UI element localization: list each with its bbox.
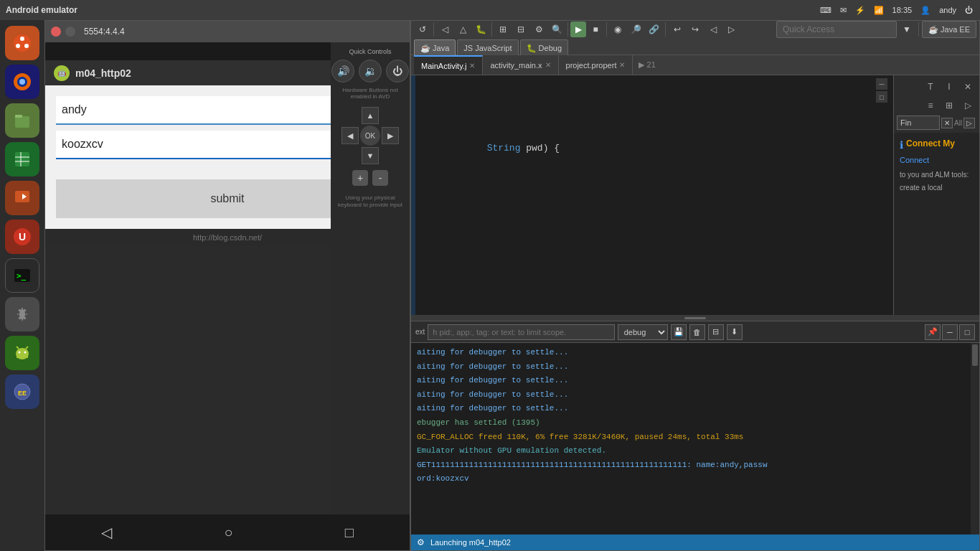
right-tool-row2: ≡ ⊞ ▷ bbox=[897, 97, 976, 114]
refresh-btn[interactable]: ↺ bbox=[414, 21, 431, 38]
tool-1[interactable]: T bbox=[922, 78, 939, 95]
emulator-titlebar: 5554:4.4.4 bbox=[45, 21, 410, 42]
minimize-editor-btn[interactable]: ─ bbox=[876, 78, 887, 90]
dpad-right[interactable]: ▶ bbox=[382, 127, 399, 144]
perspective-javaee[interactable]: ☕ Java EE bbox=[922, 21, 976, 38]
tool-close[interactable]: ✕ bbox=[959, 78, 976, 95]
scrollbar-thumb[interactable] bbox=[972, 344, 978, 366]
find-all-btn[interactable]: ▷ bbox=[963, 118, 975, 128]
tab-project[interactable]: project.propert ✕ bbox=[559, 55, 633, 75]
tab-linecount: ▶ 21 bbox=[633, 57, 661, 72]
hw-keyboard-label: Using your physical keyboard to provide … bbox=[334, 194, 407, 209]
tab-mainactivity-close[interactable]: ✕ bbox=[469, 62, 475, 70]
dock-files[interactable] bbox=[5, 103, 39, 138]
quick-access-btn[interactable]: ▼ bbox=[898, 21, 915, 38]
status-icon: ⚙ bbox=[417, 537, 425, 547]
dock-firefox[interactable] bbox=[5, 65, 39, 99]
logcat-view[interactable]: ⊟ bbox=[708, 324, 724, 340]
dock-presentation[interactable] bbox=[5, 181, 39, 215]
logcat-maximize[interactable]: □ bbox=[959, 324, 975, 340]
dock-ubuntu[interactable] bbox=[5, 26, 39, 60]
dpad-up[interactable]: ▲ bbox=[362, 107, 379, 124]
hw-zoom-row: + - bbox=[352, 170, 388, 186]
log-line-2: aiting for debugger to settle... bbox=[411, 360, 971, 375]
close-button[interactable] bbox=[51, 27, 61, 37]
hw-sound-up[interactable]: 🔉 bbox=[359, 60, 382, 83]
dock-spreadsheet[interactable] bbox=[5, 142, 39, 176]
minimize-button[interactable] bbox=[65, 27, 75, 37]
tab-activitymain[interactable]: activity_main.x ✕ bbox=[483, 55, 558, 75]
tab-project-close[interactable]: ✕ bbox=[619, 61, 625, 69]
find-input[interactable] bbox=[897, 116, 940, 130]
hw-power[interactable]: ⏻ bbox=[386, 60, 409, 83]
power-icon: ⏻ bbox=[965, 6, 973, 14]
nav-back[interactable]: ◁ bbox=[95, 518, 118, 547]
ide-toolbar: ↺ ◁ △ 🐛 ⊞ ⊟ ⚙ 🔍 ▶ ■ ◉ 🔎 🔗 ↩ ↪ ◁ ▷ ▼ bbox=[411, 21, 979, 55]
perspective-javascript[interactable]: JS JavaScript bbox=[457, 39, 518, 57]
connect-link[interactable]: Connect bbox=[900, 156, 974, 164]
logcat-pin[interactable]: 📌 bbox=[925, 324, 941, 340]
find-close[interactable]: ✕ bbox=[941, 118, 953, 128]
tool-4[interactable]: ⊞ bbox=[941, 97, 958, 114]
perspective-java[interactable]: ☕ Java bbox=[414, 39, 456, 57]
zoom-out[interactable]: - bbox=[372, 170, 388, 186]
hw-buttons-row: 🔊 🔉 ⏻ bbox=[331, 60, 409, 83]
tool-2[interactable]: I bbox=[941, 78, 958, 95]
search-btn[interactable]: 🔍 bbox=[548, 21, 565, 38]
nav-recents[interactable]: □ bbox=[339, 519, 359, 547]
code-editor[interactable]: ─ □ String pwd) { bbox=[411, 75, 893, 315]
logcat-download[interactable]: ⬇ bbox=[727, 324, 743, 340]
back-btn[interactable]: ◁ bbox=[436, 21, 453, 38]
connect-btn[interactable]: 🔗 bbox=[645, 21, 662, 38]
perspective-debug[interactable]: 🐛 Debug bbox=[520, 39, 568, 57]
redo-btn[interactable]: ↪ bbox=[687, 21, 704, 38]
dock-eclipse[interactable]: EE bbox=[5, 375, 39, 409]
resize-indicator bbox=[684, 317, 706, 319]
quick-access-input[interactable] bbox=[776, 21, 897, 38]
nav-back2[interactable]: ◁ bbox=[705, 21, 722, 38]
zoom-in[interactable]: + bbox=[352, 170, 368, 186]
bottom-resize-handle[interactable] bbox=[411, 315, 979, 321]
stop-btn[interactable]: ■ bbox=[587, 21, 604, 38]
logcat-clear[interactable]: 🗑 bbox=[689, 324, 705, 340]
taskbar-time: 18:35 bbox=[892, 6, 913, 14]
grid-btn[interactable]: ⊞ bbox=[494, 21, 512, 38]
dock-ubuntu2[interactable]: U bbox=[5, 220, 39, 254]
dpad-center[interactable]: OK bbox=[360, 126, 380, 146]
code-spacer2 bbox=[411, 157, 893, 200]
tab-activitymain-close[interactable]: ✕ bbox=[545, 61, 551, 69]
maximize-editor-btn[interactable]: □ bbox=[876, 91, 887, 103]
connect-my-title: Connect My bbox=[906, 138, 955, 149]
dock-terminal[interactable]: >_ bbox=[5, 258, 39, 293]
hw-sound-down[interactable]: 🔊 bbox=[331, 60, 354, 83]
tab-mainactivity[interactable]: MainActivity.j ✕ bbox=[414, 55, 483, 75]
editor-right-tools: ─ □ bbox=[876, 78, 887, 103]
toolbar-nav-section: ↺ ◁ △ 🐛 ⊞ ⊟ ⚙ 🔍 ▶ ■ ◉ 🔎 🔗 bbox=[414, 21, 662, 38]
tool-5[interactable]: ▷ bbox=[959, 97, 976, 114]
profile-btn[interactable]: ◉ bbox=[609, 21, 626, 38]
logcat-level-select[interactable]: debug verbose info warn error bbox=[618, 324, 668, 340]
logcat-scrollbar[interactable] bbox=[971, 343, 979, 534]
tab-activitymain-label: activity_main.x bbox=[490, 61, 542, 70]
logcat-save[interactable]: 💾 bbox=[671, 324, 687, 340]
tool-3[interactable]: ≡ bbox=[922, 97, 939, 114]
svg-text:EE: EE bbox=[18, 390, 27, 397]
nav-fwd2[interactable]: ▷ bbox=[722, 21, 740, 38]
log-line-6: ebugger has settled (1395) bbox=[411, 416, 971, 430]
undo-btn[interactable]: ↩ bbox=[669, 21, 686, 38]
nav-home[interactable]: ○ bbox=[218, 519, 238, 547]
dock-settings[interactable] bbox=[5, 297, 39, 331]
debug-btn[interactable]: 🐛 bbox=[472, 21, 489, 38]
dock-android[interactable] bbox=[5, 336, 39, 370]
logcat-minimize[interactable]: ─ bbox=[942, 324, 958, 340]
search2-btn[interactable]: 🔎 bbox=[627, 21, 644, 38]
settings-btn[interactable]: ⚙ bbox=[530, 21, 547, 38]
layout-btn[interactable]: ⊟ bbox=[512, 21, 529, 38]
run-btn[interactable]: ▶ bbox=[570, 22, 586, 37]
svg-rect-7 bbox=[15, 116, 29, 128]
forward-btn[interactable]: △ bbox=[454, 21, 471, 38]
svg-rect-9 bbox=[15, 152, 29, 166]
dpad-down[interactable]: ▼ bbox=[362, 147, 379, 164]
dpad-left[interactable]: ◀ bbox=[341, 127, 359, 144]
logcat-filter[interactable] bbox=[428, 324, 614, 340]
